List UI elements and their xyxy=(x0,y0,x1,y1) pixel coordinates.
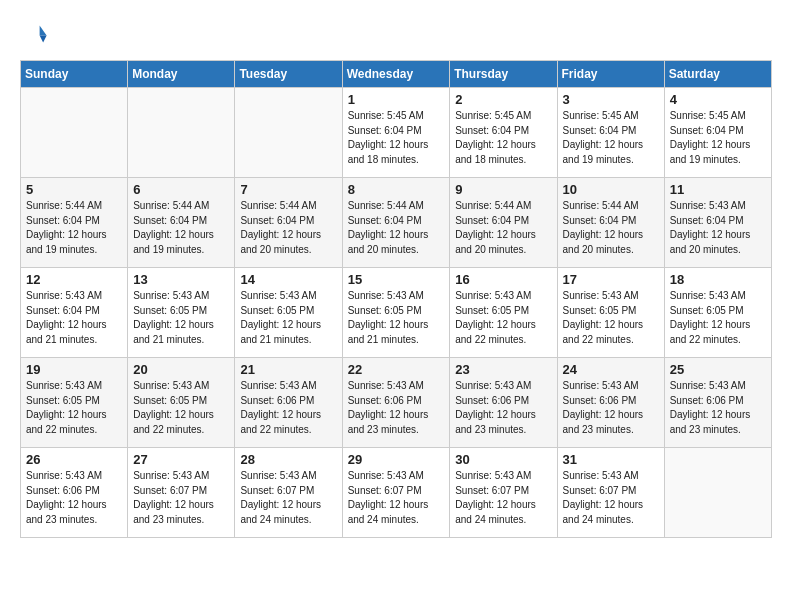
calendar-cell: 13Sunrise: 5:43 AM Sunset: 6:05 PM Dayli… xyxy=(128,268,235,358)
day-number: 24 xyxy=(563,362,659,377)
calendar-cell: 27Sunrise: 5:43 AM Sunset: 6:07 PM Dayli… xyxy=(128,448,235,538)
day-number: 6 xyxy=(133,182,229,197)
day-info: Sunrise: 5:44 AM Sunset: 6:04 PM Dayligh… xyxy=(348,199,445,257)
calendar-cell: 20Sunrise: 5:43 AM Sunset: 6:05 PM Dayli… xyxy=(128,358,235,448)
calendar-cell: 14Sunrise: 5:43 AM Sunset: 6:05 PM Dayli… xyxy=(235,268,342,358)
calendar-cell: 15Sunrise: 5:43 AM Sunset: 6:05 PM Dayli… xyxy=(342,268,450,358)
day-number: 4 xyxy=(670,92,766,107)
calendar-cell: 12Sunrise: 5:43 AM Sunset: 6:04 PM Dayli… xyxy=(21,268,128,358)
calendar-cell: 28Sunrise: 5:43 AM Sunset: 6:07 PM Dayli… xyxy=(235,448,342,538)
day-number: 31 xyxy=(563,452,659,467)
logo-icon xyxy=(20,20,48,48)
logo xyxy=(20,20,52,48)
day-info: Sunrise: 5:45 AM Sunset: 6:04 PM Dayligh… xyxy=(348,109,445,167)
day-number: 27 xyxy=(133,452,229,467)
calendar-cell xyxy=(664,448,771,538)
day-info: Sunrise: 5:43 AM Sunset: 6:06 PM Dayligh… xyxy=(455,379,551,437)
calendar-cell: 10Sunrise: 5:44 AM Sunset: 6:04 PM Dayli… xyxy=(557,178,664,268)
day-number: 11 xyxy=(670,182,766,197)
calendar-cell: 8Sunrise: 5:44 AM Sunset: 6:04 PM Daylig… xyxy=(342,178,450,268)
day-number: 21 xyxy=(240,362,336,377)
day-info: Sunrise: 5:45 AM Sunset: 6:04 PM Dayligh… xyxy=(563,109,659,167)
day-info: Sunrise: 5:43 AM Sunset: 6:04 PM Dayligh… xyxy=(26,289,122,347)
day-number: 13 xyxy=(133,272,229,287)
calendar-cell: 19Sunrise: 5:43 AM Sunset: 6:05 PM Dayli… xyxy=(21,358,128,448)
day-number: 14 xyxy=(240,272,336,287)
day-info: Sunrise: 5:45 AM Sunset: 6:04 PM Dayligh… xyxy=(455,109,551,167)
calendar-cell xyxy=(235,88,342,178)
calendar-cell: 3Sunrise: 5:45 AM Sunset: 6:04 PM Daylig… xyxy=(557,88,664,178)
day-info: Sunrise: 5:44 AM Sunset: 6:04 PM Dayligh… xyxy=(240,199,336,257)
calendar-table: SundayMondayTuesdayWednesdayThursdayFrid… xyxy=(20,60,772,538)
day-info: Sunrise: 5:43 AM Sunset: 6:06 PM Dayligh… xyxy=(670,379,766,437)
day-info: Sunrise: 5:43 AM Sunset: 6:06 PM Dayligh… xyxy=(348,379,445,437)
weekday-header-monday: Monday xyxy=(128,61,235,88)
calendar-cell: 24Sunrise: 5:43 AM Sunset: 6:06 PM Dayli… xyxy=(557,358,664,448)
calendar-page: SundayMondayTuesdayWednesdayThursdayFrid… xyxy=(0,0,792,548)
calendar-cell: 22Sunrise: 5:43 AM Sunset: 6:06 PM Dayli… xyxy=(342,358,450,448)
weekday-header-friday: Friday xyxy=(557,61,664,88)
calendar-cell: 1Sunrise: 5:45 AM Sunset: 6:04 PM Daylig… xyxy=(342,88,450,178)
day-info: Sunrise: 5:44 AM Sunset: 6:04 PM Dayligh… xyxy=(133,199,229,257)
day-number: 12 xyxy=(26,272,122,287)
day-number: 17 xyxy=(563,272,659,287)
day-info: Sunrise: 5:44 AM Sunset: 6:04 PM Dayligh… xyxy=(26,199,122,257)
calendar-cell: 18Sunrise: 5:43 AM Sunset: 6:05 PM Dayli… xyxy=(664,268,771,358)
weekday-header-thursday: Thursday xyxy=(450,61,557,88)
day-number: 15 xyxy=(348,272,445,287)
day-number: 26 xyxy=(26,452,122,467)
day-info: Sunrise: 5:43 AM Sunset: 6:07 PM Dayligh… xyxy=(348,469,445,527)
day-number: 22 xyxy=(348,362,445,377)
calendar-cell: 31Sunrise: 5:43 AM Sunset: 6:07 PM Dayli… xyxy=(557,448,664,538)
day-info: Sunrise: 5:43 AM Sunset: 6:05 PM Dayligh… xyxy=(133,379,229,437)
calendar-cell: 5Sunrise: 5:44 AM Sunset: 6:04 PM Daylig… xyxy=(21,178,128,268)
day-number: 20 xyxy=(133,362,229,377)
calendar-cell: 21Sunrise: 5:43 AM Sunset: 6:06 PM Dayli… xyxy=(235,358,342,448)
calendar-body: 1Sunrise: 5:45 AM Sunset: 6:04 PM Daylig… xyxy=(21,88,772,538)
day-info: Sunrise: 5:43 AM Sunset: 6:05 PM Dayligh… xyxy=(563,289,659,347)
calendar-cell: 9Sunrise: 5:44 AM Sunset: 6:04 PM Daylig… xyxy=(450,178,557,268)
day-number: 18 xyxy=(670,272,766,287)
day-info: Sunrise: 5:43 AM Sunset: 6:05 PM Dayligh… xyxy=(133,289,229,347)
day-number: 1 xyxy=(348,92,445,107)
day-number: 8 xyxy=(348,182,445,197)
day-number: 30 xyxy=(455,452,551,467)
day-number: 28 xyxy=(240,452,336,467)
calendar-cell: 2Sunrise: 5:45 AM Sunset: 6:04 PM Daylig… xyxy=(450,88,557,178)
weekday-header-row: SundayMondayTuesdayWednesdayThursdayFrid… xyxy=(21,61,772,88)
calendar-cell xyxy=(128,88,235,178)
day-info: Sunrise: 5:44 AM Sunset: 6:04 PM Dayligh… xyxy=(455,199,551,257)
day-info: Sunrise: 5:45 AM Sunset: 6:04 PM Dayligh… xyxy=(670,109,766,167)
day-number: 29 xyxy=(348,452,445,467)
day-number: 10 xyxy=(563,182,659,197)
day-number: 25 xyxy=(670,362,766,377)
calendar-week-row: 12Sunrise: 5:43 AM Sunset: 6:04 PM Dayli… xyxy=(21,268,772,358)
calendar-cell: 16Sunrise: 5:43 AM Sunset: 6:05 PM Dayli… xyxy=(450,268,557,358)
day-info: Sunrise: 5:43 AM Sunset: 6:05 PM Dayligh… xyxy=(26,379,122,437)
day-info: Sunrise: 5:43 AM Sunset: 6:05 PM Dayligh… xyxy=(670,289,766,347)
day-number: 9 xyxy=(455,182,551,197)
calendar-week-row: 1Sunrise: 5:45 AM Sunset: 6:04 PM Daylig… xyxy=(21,88,772,178)
calendar-cell: 30Sunrise: 5:43 AM Sunset: 6:07 PM Dayli… xyxy=(450,448,557,538)
weekday-header-tuesday: Tuesday xyxy=(235,61,342,88)
calendar-week-row: 26Sunrise: 5:43 AM Sunset: 6:06 PM Dayli… xyxy=(21,448,772,538)
calendar-cell: 6Sunrise: 5:44 AM Sunset: 6:04 PM Daylig… xyxy=(128,178,235,268)
day-number: 2 xyxy=(455,92,551,107)
weekday-header-sunday: Sunday xyxy=(21,61,128,88)
day-info: Sunrise: 5:43 AM Sunset: 6:07 PM Dayligh… xyxy=(240,469,336,527)
day-number: 7 xyxy=(240,182,336,197)
day-number: 5 xyxy=(26,182,122,197)
calendar-cell: 29Sunrise: 5:43 AM Sunset: 6:07 PM Dayli… xyxy=(342,448,450,538)
svg-marker-1 xyxy=(40,35,47,42)
day-number: 19 xyxy=(26,362,122,377)
day-number: 23 xyxy=(455,362,551,377)
header xyxy=(20,20,772,48)
calendar-week-row: 5Sunrise: 5:44 AM Sunset: 6:04 PM Daylig… xyxy=(21,178,772,268)
calendar-cell xyxy=(21,88,128,178)
calendar-cell: 25Sunrise: 5:43 AM Sunset: 6:06 PM Dayli… xyxy=(664,358,771,448)
day-number: 3 xyxy=(563,92,659,107)
calendar-cell: 7Sunrise: 5:44 AM Sunset: 6:04 PM Daylig… xyxy=(235,178,342,268)
day-info: Sunrise: 5:43 AM Sunset: 6:05 PM Dayligh… xyxy=(240,289,336,347)
day-info: Sunrise: 5:43 AM Sunset: 6:06 PM Dayligh… xyxy=(240,379,336,437)
svg-marker-0 xyxy=(40,26,47,36)
